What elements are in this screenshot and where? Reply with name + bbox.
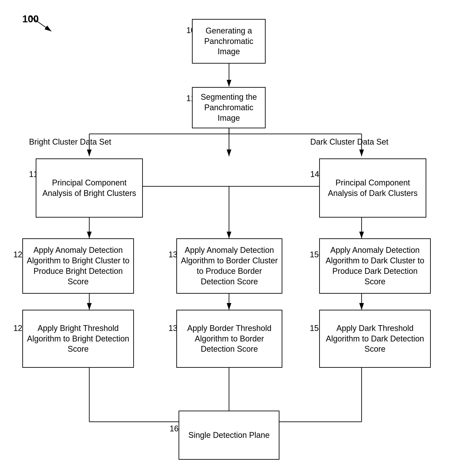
- dark-cluster-label: Dark Cluster Data Set: [310, 137, 388, 147]
- step-150-box: Apply Anomaly Detection Algorithm to Dar…: [319, 238, 431, 294]
- step-160-box: Single Detection Plane: [178, 411, 280, 460]
- step-105-box: Generating a Panchromatic Image: [192, 19, 266, 64]
- flowchart-diagram: 100 105 Generating a Panchromatic Image …: [0, 0, 458, 476]
- step-120-box: Apply Anomaly Detection Algorithm to Bri…: [22, 238, 134, 294]
- step-110-box: Segmenting the Panchromatic Image: [192, 87, 266, 128]
- step-115-box: Principal Component Analysis of Bright C…: [36, 158, 143, 218]
- arrows-svg: [0, 0, 458, 476]
- step-145-box: Principal Component Analysis of Dark Clu…: [319, 158, 426, 218]
- bright-cluster-label: Bright Cluster Data Set: [29, 137, 111, 147]
- step-155-box: Apply Dark Threshold Algorithm to Dark D…: [319, 310, 431, 368]
- id-arrow: [29, 16, 56, 34]
- step-125-box: Apply Bright Threshold Algorithm to Brig…: [22, 310, 134, 368]
- svg-line-21: [29, 16, 51, 31]
- step-135-box: Apply Border Threshold Algorithm to Bord…: [176, 310, 282, 368]
- step-130-box: Apply Anomaly Detection Algorithm to Bor…: [176, 238, 282, 294]
